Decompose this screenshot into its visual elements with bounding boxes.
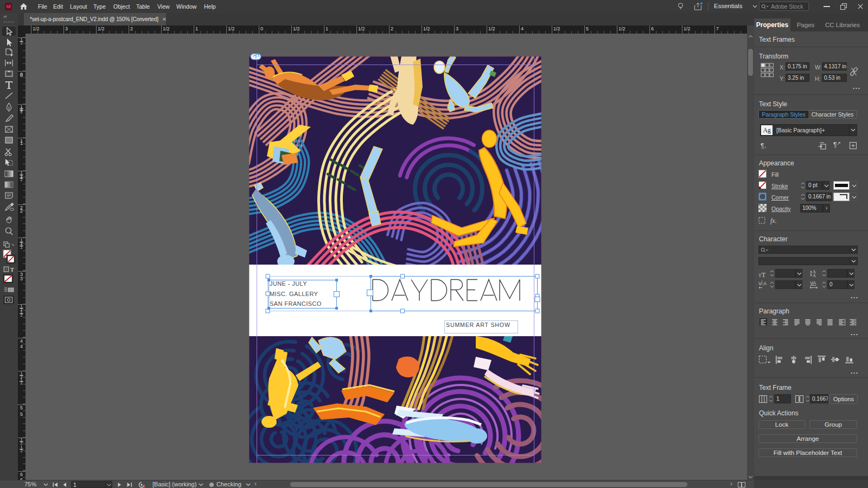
svg-text:MISC. GALLERY: MISC. GALLERY — [270, 291, 318, 297]
svg-text:JUNE - JULY: JUNE - JULY — [270, 280, 307, 287]
svg-text:SUMMER ART SHOW: SUMMER ART SHOW — [446, 322, 510, 328]
svg-text:A: A — [763, 281, 767, 286]
svg-text:A: A — [813, 273, 816, 278]
svg-text:VA: VA — [810, 280, 816, 286]
svg-text:V: V — [758, 281, 762, 286]
svg-text:SAN FRANCISCO: SAN FRANCISCO — [270, 300, 322, 307]
svg-text:T: T — [10, 267, 14, 273]
